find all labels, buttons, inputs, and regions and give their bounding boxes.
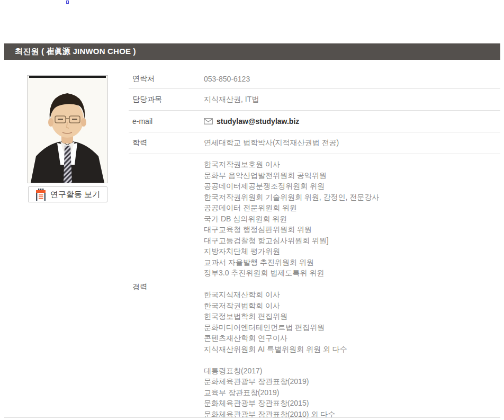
portrait-photo-illustration [28,76,107,183]
envelope-icon [204,118,213,124]
email-label: e-mail [129,111,204,132]
bottom-divider [4,417,500,418]
education-label: 학력 [129,132,204,154]
contact-label: 연락처 [129,69,204,88]
page-title: 최진원 ( 崔眞源 JINWON CHOE ) [15,47,136,57]
email-link[interactable]: studylaw@studylaw.biz [204,117,299,126]
career-lines: 한국저작권보호원 이사문화부 음악산업발전위원회 공익위원공공데이터제공분쟁조정… [204,154,500,419]
row-contact: 연락처 053-850-6123 [129,69,500,89]
profile-photo [27,75,108,183]
career-line: 문화체육관광부 장관표창(2019) [204,376,500,387]
career-line: 지방자치단체 평가위원 [204,246,500,257]
subjects-value: 지식재산권, IT법 [204,89,500,110]
profile-title-bar: 최진원 ( 崔眞源 JINWON CHOE ) [4,43,500,60]
career-line: 한국저작권법학회 이사 [204,300,500,311]
career-line: 문화부 음악산업발전위원회 공익위원 [204,170,500,181]
career-line: 대구교육청 행정심판위원회 위원 [204,224,500,235]
career-line: 국가 DB 심의위원회 위원 [204,213,500,225]
career-line: 한국지식재산학회 이사 [204,289,500,300]
career-line: 문화미디어엔터테인먼트법 편집위원 [204,322,500,333]
career-label: 경력 [129,154,204,419]
career-line: 문화체육관광부 장관표창(2015) [204,398,500,409]
career-line [204,279,500,290]
contact-value: 053-850-6123 [204,69,500,88]
career-line: 정부3.0 추진위원회 법제도특위 위원 [204,267,500,279]
career-line: 교과서 자율발행 추진위원회 위원 [204,257,500,268]
email-address: studylaw@studylaw.biz [217,117,299,126]
row-education: 학력 연세대학교 법학박사(지적재산권법 전공) [129,132,500,154]
notepad-icon [35,189,46,201]
career-line: 공공데이터 전문위원회 위원 [204,202,500,213]
career-line [204,354,500,365]
profile-detail-table: 연락처 053-850-6123 담당과목 지식재산권, IT법 e-mail … [129,69,500,419]
research-activity-button[interactable]: 연구활동 보기 [28,186,107,202]
row-career: 경력 한국저작권보호원 이사문화부 음악산업발전위원회 공익위원공공데이터제공분… [129,154,500,419]
career-line: 공공데이터제공분쟁조정위원회 위원 [204,181,500,192]
education-value: 연세대학교 법학박사(지적재산권법 전공) [204,132,500,154]
career-line: 힌국정보법학회 편집위원 [204,311,500,322]
row-subjects: 담당과목 지식재산권, IT법 [129,89,500,111]
row-email: e-mail studylaw@studylaw.biz [129,111,500,132]
broken-image-artifact [66,1,69,4]
subjects-label: 담당과목 [129,89,204,110]
career-line: 콘텐츠재산학회 연구이사 [204,333,500,344]
career-line: 한국저작권위원회 기술위원회 위원, 감정인, 전문강사 [204,192,500,203]
career-line: 한국저작권보호원 이사 [204,159,500,170]
career-line: 대구고등검찰청 항고심사위원회 위원] [204,235,500,246]
career-line: 교육부 장관표창(2019) [204,387,500,398]
career-line: 지식재산위원회 AI 특별위원회 위원 외 다수 [204,344,500,355]
career-line: 대통령표창(2017) [204,365,500,377]
research-activity-button-label: 연구활동 보기 [50,190,100,200]
